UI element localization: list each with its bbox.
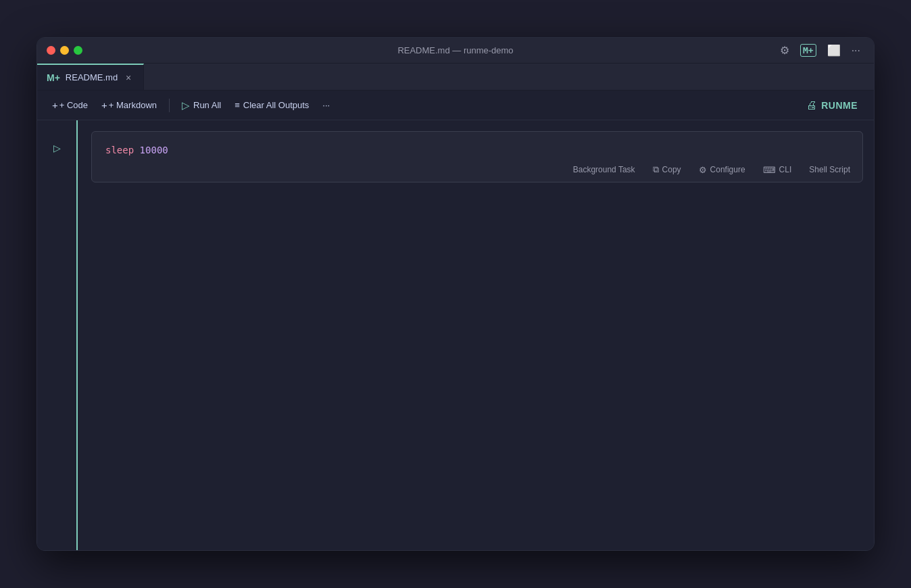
configure-icon: ⚙ [699, 165, 707, 175]
split-editor-icon[interactable]: ⬜ [823, 41, 845, 59]
shell-script-label[interactable]: Shell Script [805, 164, 854, 176]
clear-outputs-label: Clear All Outputs [243, 100, 310, 110]
run-all-button[interactable]: ▷ Run All [176, 97, 226, 114]
copy-label: Copy [662, 165, 681, 174]
shell-script-text: Shell Script [809, 165, 850, 174]
plus-icon-md: + [101, 99, 107, 111]
title-bar-actions: ⚙ M+ ⬜ ··· [776, 41, 864, 59]
add-code-button[interactable]: + + Code [47, 97, 93, 114]
background-task-label: Background Task [573, 165, 635, 174]
run-triangle-icon: ▷ [53, 143, 61, 153]
traffic-lights [47, 46, 82, 55]
background-task-toggle[interactable]: Background Task [569, 164, 639, 176]
toolbar-separator [169, 99, 170, 112]
close-button[interactable] [47, 46, 55, 55]
code-cell: ▷ ⇓ ⬚ ··· 🗑 sleep [91, 131, 863, 182]
more-actions-icon[interactable]: ··· [847, 42, 864, 59]
cli-button[interactable]: ⌨ CLI [759, 164, 796, 176]
configure-button[interactable]: ⚙ Configure [695, 164, 749, 176]
code-argument: 10000 [140, 145, 168, 155]
code-command: sleep [105, 145, 134, 155]
copy-icon: ⧉ [653, 164, 659, 175]
tab-bar: M+ README.md × [37, 64, 874, 91]
runme-label: RUNME [821, 100, 858, 111]
app-window: README.md — runme-demo ⚙ M+ ⬜ ··· M+ REA… [36, 37, 875, 551]
run-all-label: Run All [193, 100, 221, 110]
cli-label: CLI [779, 165, 792, 174]
tab-label: README.md [66, 72, 118, 82]
plus-icon: + [52, 99, 58, 111]
add-markdown-label: + Markdown [109, 100, 157, 110]
code-meta-bar: Background Task ⧉ Copy ⚙ Configure ⌨ CLI [569, 163, 854, 176]
maximize-button[interactable] [74, 46, 82, 55]
tab-file-icon: M+ [47, 72, 60, 83]
tab-close-button[interactable]: × [123, 72, 134, 83]
cell-run-button[interactable]: ▷ [49, 141, 64, 155]
md-plus-icon[interactable]: M+ [796, 41, 820, 59]
copy-button[interactable]: ⧉ Copy [649, 163, 685, 176]
clear-icon: ≡ [235, 100, 240, 110]
code-content: sleep 10000 [105, 143, 849, 157]
add-markdown-button[interactable]: + + Markdown [96, 97, 162, 114]
title-bar: README.md — runme-demo ⚙ M+ ⬜ ··· [37, 38, 874, 64]
add-code-label: + Code [59, 100, 88, 110]
readme-tab[interactable]: M+ README.md × [37, 64, 144, 90]
more-icon: ··· [322, 100, 330, 110]
configure-label: Configure [710, 165, 745, 174]
clear-outputs-button[interactable]: ≡ Clear All Outputs [229, 97, 314, 113]
toolbar-right: 🖨 RUNME [799, 97, 864, 114]
runme-badge: 🖨 RUNME [799, 97, 864, 114]
run-all-icon: ▷ [182, 99, 190, 112]
editor-area: ▷ ▷ ⇓ ⬚ ··· 🗑 [37, 120, 874, 550]
window-title: README.md — runme-demo [397, 45, 513, 55]
cli-icon: ⌨ [763, 165, 776, 175]
editor-toolbar: + + Code + + Markdown ▷ Run All ≡ Clear … [37, 91, 874, 120]
minimize-button[interactable] [60, 46, 69, 55]
runme-icon: 🖨 [806, 99, 817, 112]
more-options-button[interactable]: ··· [317, 97, 335, 113]
code-block: sleep 10000 Background Task ⧉ Copy ⚙ [91, 131, 863, 182]
editor-gutter: ▷ [37, 120, 78, 550]
settings-icon[interactable]: ⚙ [776, 41, 793, 59]
